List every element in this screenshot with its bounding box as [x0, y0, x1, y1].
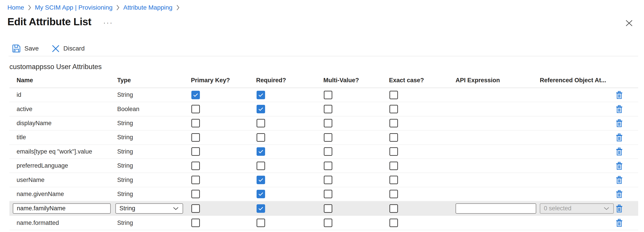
- context-menu-ellipsis-icon[interactable]: ...: [104, 18, 114, 25]
- multi-value-checkbox[interactable]: [324, 147, 332, 156]
- delete-row-button[interactable]: [616, 91, 622, 99]
- attribute-name-input[interactable]: [13, 203, 111, 214]
- attribute-name: title: [16, 134, 26, 141]
- save-button[interactable]: Save: [12, 44, 39, 53]
- required-checkbox[interactable]: [256, 176, 265, 184]
- breadcrumb: Home My SCIM App | Provisioning Attribut…: [8, 3, 183, 12]
- required-checkbox[interactable]: [256, 147, 265, 156]
- delete-row-button[interactable]: [616, 205, 622, 213]
- multi-value-checkbox[interactable]: [324, 91, 332, 99]
- primary-key-checkbox[interactable]: [191, 133, 200, 142]
- required-checkbox[interactable]: [256, 162, 265, 170]
- required-checkbox[interactable]: [256, 133, 265, 142]
- exact-case-checkbox[interactable]: [390, 91, 398, 99]
- trash-icon: [616, 105, 622, 113]
- multi-value-checkbox[interactable]: [324, 162, 332, 170]
- attribute-row: userNameString: [10, 173, 638, 187]
- attribute-type: Boolean: [117, 106, 140, 113]
- delete-row-button[interactable]: [616, 119, 622, 127]
- primary-key-checkbox[interactable]: [191, 147, 200, 156]
- column-header-type: Type: [115, 77, 191, 84]
- attribute-type: String: [117, 148, 133, 155]
- delete-row-button[interactable]: [616, 147, 622, 156]
- close-panel-button[interactable]: [624, 18, 634, 28]
- exact-case-checkbox[interactable]: [390, 133, 398, 142]
- close-icon: [626, 20, 632, 26]
- multi-value-checkbox[interactable]: [324, 176, 332, 184]
- breadcrumb-link-provisioning[interactable]: My SCIM App | Provisioning: [35, 3, 113, 12]
- exact-case-checkbox[interactable]: [390, 147, 398, 156]
- required-checkbox[interactable]: [256, 119, 265, 127]
- required-checkbox[interactable]: [256, 190, 265, 198]
- chevron-right-icon: [28, 5, 31, 10]
- primary-key-checkbox[interactable]: [191, 176, 200, 184]
- attribute-type: String: [117, 120, 133, 127]
- attribute-type: String: [117, 177, 133, 184]
- exact-case-checkbox[interactable]: [390, 176, 398, 184]
- column-header-referenced-object: Referenced Object At...: [540, 77, 616, 84]
- breadcrumb-link-attribute-mapping[interactable]: Attribute Mapping: [123, 3, 172, 12]
- exact-case-checkbox[interactable]: [390, 190, 398, 198]
- breadcrumb-link-home[interactable]: Home: [8, 3, 24, 12]
- attribute-name: name.givenName: [16, 191, 64, 198]
- attribute-name: id: [16, 91, 21, 98]
- exact-case-checkbox[interactable]: [390, 219, 398, 227]
- trash-icon: [616, 176, 622, 184]
- page-title: Edit Attribute List: [8, 16, 92, 28]
- delete-row-button[interactable]: [616, 190, 622, 198]
- attribute-type: String: [117, 220, 133, 227]
- primary-key-checkbox[interactable]: [191, 204, 200, 213]
- delete-row-button[interactable]: [616, 176, 622, 184]
- primary-key-checkbox[interactable]: [191, 119, 200, 127]
- attribute-table: Name Type Primary Key? Required? Multi-V…: [10, 73, 638, 230]
- primary-key-checkbox[interactable]: [191, 105, 200, 113]
- column-header-primary-key: Primary Key?: [191, 77, 256, 84]
- required-checkbox[interactable]: [256, 219, 265, 227]
- discard-label: Discard: [64, 45, 85, 52]
- multi-value-checkbox[interactable]: [324, 190, 332, 198]
- type-select[interactable]: String: [116, 203, 183, 214]
- multi-value-checkbox[interactable]: [324, 119, 332, 127]
- exact-case-checkbox[interactable]: [390, 204, 398, 213]
- attribute-type: String: [117, 91, 133, 98]
- multi-value-checkbox[interactable]: [324, 105, 332, 113]
- multi-value-checkbox[interactable]: [324, 219, 332, 227]
- trash-icon: [616, 147, 622, 156]
- primary-key-checkbox[interactable]: [191, 162, 200, 170]
- attribute-row: idString: [10, 88, 638, 102]
- attribute-row: emails[type eq "work"].valueString: [10, 145, 638, 159]
- attribute-name: userName: [16, 177, 44, 184]
- column-header-name: Name: [10, 77, 115, 84]
- trash-icon: [616, 162, 622, 170]
- delete-row-button[interactable]: [616, 162, 622, 170]
- required-checkbox[interactable]: [256, 204, 265, 213]
- exact-case-checkbox[interactable]: [390, 119, 398, 127]
- attribute-type: String: [117, 162, 133, 169]
- delete-row-button[interactable]: [616, 105, 622, 113]
- trash-icon: [616, 190, 622, 198]
- delete-row-button[interactable]: [616, 219, 622, 227]
- command-bar: Save Discard: [12, 44, 85, 53]
- required-checkbox[interactable]: [256, 91, 265, 99]
- required-checkbox[interactable]: [256, 105, 265, 113]
- multi-value-checkbox[interactable]: [324, 204, 332, 213]
- primary-key-checkbox[interactable]: [191, 190, 200, 198]
- attribute-type: String: [117, 134, 133, 141]
- delete-row-button[interactable]: [616, 133, 622, 141]
- attribute-row: displayNameString: [10, 116, 638, 130]
- api-expression-input[interactable]: [456, 203, 536, 214]
- type-select-value: String: [120, 205, 135, 212]
- exact-case-checkbox[interactable]: [390, 162, 398, 170]
- multi-value-checkbox[interactable]: [324, 133, 332, 142]
- exact-case-checkbox[interactable]: [390, 105, 398, 113]
- attribute-row: name.givenNameString: [10, 187, 638, 201]
- attribute-row: String0 selected: [10, 201, 638, 216]
- attribute-row: activeBoolean: [10, 102, 638, 116]
- primary-key-checkbox[interactable]: [191, 219, 200, 227]
- attribute-name: name.formatted: [16, 220, 59, 227]
- primary-key-checkbox[interactable]: [191, 91, 200, 99]
- discard-button[interactable]: Discard: [52, 45, 85, 53]
- column-header-api-expression: API Expression: [456, 77, 540, 84]
- referenced-object-dropdown[interactable]: 0 selected: [540, 203, 614, 214]
- chevron-right-icon: [116, 5, 120, 10]
